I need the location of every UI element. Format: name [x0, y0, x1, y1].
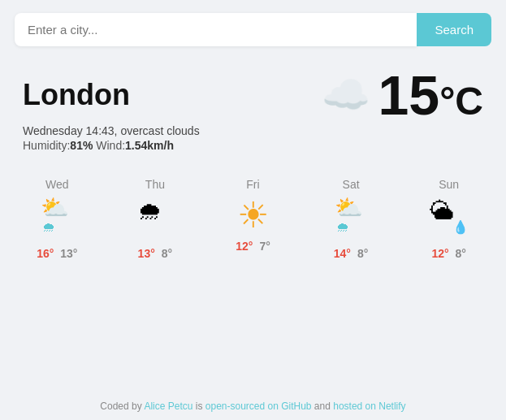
- forecast-temp-high: 12°: [431, 247, 448, 260]
- forecast-section: Wed ⛅ 🌧 16° 13° Thu 🌧 13° 8° Fri ☀ 12° 7…: [0, 163, 506, 268]
- wind-label: Wind:: [96, 139, 125, 152]
- forecast-temp-low: 8°: [357, 247, 368, 260]
- footer-text-1: Coded by: [100, 401, 144, 412]
- city-search-input[interactable]: [15, 13, 417, 46]
- humidity-wind-row: Humidity:81% Wind:1.54km/h: [23, 139, 483, 152]
- main-weather-icon: ☁️: [322, 76, 370, 115]
- forecast-day-label: Thu: [145, 178, 165, 191]
- forecast-temps: 12° 8°: [431, 247, 466, 260]
- forecast-day-label: Wed: [45, 178, 69, 191]
- footer-netlify-link[interactable]: hosted on Netlify: [333, 401, 405, 412]
- forecast-day: Fri ☀ 12° 7°: [204, 178, 302, 253]
- temperature-value: 15: [378, 64, 440, 126]
- temperature-unit: °C: [439, 80, 483, 123]
- forecast-icon: 🌥 💧: [430, 196, 469, 242]
- forecast-temp-high: 16°: [37, 247, 54, 260]
- footer-text-2: is: [192, 401, 205, 412]
- forecast-temps: 12° 7°: [236, 240, 270, 253]
- forecast-icon: ⛅ 🌧: [37, 196, 76, 242]
- forecast-icon: 🌧: [136, 196, 175, 242]
- forecast-day: Thu 🌧 13° 8°: [106, 178, 205, 260]
- forecast-temp-low: 7°: [259, 240, 270, 253]
- forecast-day: Sat ⛅ 🌧 14° 8°: [302, 178, 400, 260]
- footer-author-link[interactable]: Alice Petcu: [144, 401, 192, 412]
- forecast-temp-high: 14°: [334, 247, 351, 260]
- forecast-day-label: Sun: [439, 178, 459, 191]
- temperature-display: 15°C: [378, 67, 484, 123]
- forecast-temps: 14° 8°: [334, 247, 369, 260]
- forecast-temp-low: 13°: [60, 247, 77, 260]
- forecast-temp-low: 8°: [456, 247, 466, 260]
- temp-icon-wrapper: ☁️ 15°C: [322, 67, 484, 123]
- forecast-icon: ☀: [237, 196, 269, 235]
- weather-main: London ☁️ 15°C Wednesday 14:43, overcast…: [0, 59, 506, 163]
- footer-text-3: and: [312, 401, 334, 412]
- forecast-day-label: Fri: [246, 178, 259, 191]
- forecast-day: Sun 🌥 💧 12° 8°: [400, 178, 498, 260]
- search-section: Search: [0, 0, 506, 59]
- city-temp-row: London ☁️ 15°C: [23, 67, 483, 123]
- humidity-value: 81%: [70, 139, 93, 152]
- forecast-day: Wed ⛅ 🌧 16° 13°: [8, 178, 106, 260]
- search-button[interactable]: Search: [417, 13, 491, 46]
- city-name: London: [23, 78, 130, 112]
- footer-github-link[interactable]: open-sourced on GitHub: [205, 401, 312, 412]
- forecast-temps: 16° 13°: [37, 247, 77, 260]
- footer: Coded by Alice Petcu is open-sourced on …: [100, 389, 405, 420]
- weather-description: Wednesday 14:43, overcast clouds: [23, 124, 483, 137]
- forecast-temp-high: 12°: [236, 240, 253, 253]
- forecast-temp-high: 13°: [138, 247, 155, 260]
- wind-value: 1.54km/h: [125, 139, 174, 152]
- humidity-label: Humidity:: [23, 139, 70, 152]
- forecast-temps: 13° 8°: [138, 247, 173, 260]
- forecast-icon: ⛅ 🌧: [331, 196, 370, 242]
- forecast-day-label: Sat: [343, 178, 360, 191]
- forecast-temp-low: 8°: [162, 247, 172, 260]
